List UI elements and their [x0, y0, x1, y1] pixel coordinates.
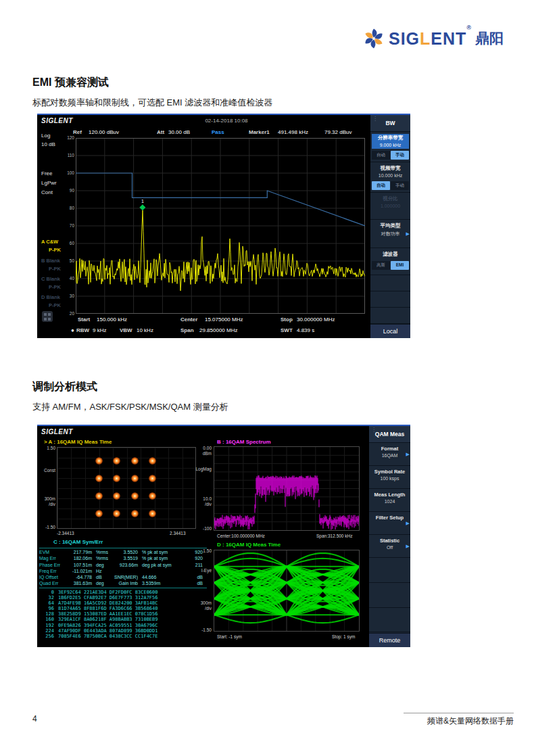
panel-b-yunit: dBm	[195, 451, 212, 456]
qam-menu-item-label: Symbol Rate	[370, 469, 409, 475]
start-value: 150.000 kHz	[97, 316, 127, 323]
qam-softkey-menu: ⋮ QAM Meas Format16QAM▶Symbol Rate100 ks…	[369, 426, 410, 647]
panel-a-ytop: 1.50	[39, 446, 55, 450]
qam-menu-item-value: 100 ksps	[370, 476, 409, 481]
bw-menu-item-4[interactable]: 滤波器高斯EMI	[370, 248, 410, 275]
remote-button[interactable]: Remote	[369, 633, 410, 647]
bw-menu-item-toggle: 自动手动	[372, 181, 409, 190]
qam-menu-title: ⋮ QAM Meas	[369, 426, 410, 443]
y-tick-60: 60	[62, 241, 74, 245]
footer-doc-title: 频谱&矢量网络数据手册	[427, 715, 514, 727]
footer-rule	[404, 713, 514, 713]
screen-brand: SIGLENT	[41, 117, 73, 124]
menu-handle-icon: ⋮	[372, 117, 378, 121]
symerr-row: Freq Err-11.021mHz	[39, 568, 207, 574]
y-tick-50: 50	[62, 258, 74, 263]
trig-lgpwr: LgPwr	[41, 180, 57, 186]
marker-ampl: 79.32 dBuv	[324, 129, 351, 135]
local-button[interactable]: Local	[370, 324, 410, 338]
ref-label: Ref	[73, 129, 82, 135]
qam-menu-item-5	[369, 558, 410, 583]
panel-d-ytop: 1.50	[195, 548, 212, 553]
panel-b-ytop: 0.00	[195, 446, 212, 450]
panel-c-title: C : 16QAM Sym/Err	[53, 539, 103, 545]
page-number: 4	[32, 714, 37, 724]
submenu-arrow-icon: ▶	[406, 452, 410, 457]
submenu-arrow-icon: ▶	[406, 231, 410, 237]
bw-menu-item-2[interactable]: 视分比1.000000	[370, 193, 410, 220]
bw-menu-item-label: 视分比	[372, 195, 409, 202]
logo-chinese: 鼎阳	[475, 29, 504, 48]
constellation-point	[131, 475, 139, 482]
bw-menu-toggle-手动[interactable]: 手动	[391, 151, 409, 160]
constellation-point	[95, 510, 103, 517]
panel-d-xleft: Start: -1 sym	[217, 634, 242, 639]
swt-label: SWT	[281, 327, 293, 333]
stop-label: Stop	[281, 316, 293, 323]
keypad-icon[interactable]	[42, 311, 53, 322]
eye-diagram-plot	[214, 550, 360, 632]
siglent-swirl-icon	[362, 27, 385, 50]
section2-heading: 调制分析模式	[32, 380, 97, 394]
qam-menu-item-4[interactable]: StatisticOff▶	[369, 535, 410, 558]
panel-b-scale: 10.0	[195, 496, 212, 501]
constellation-point	[113, 492, 120, 500]
ref-value: 120.00 dBuv	[89, 129, 119, 135]
constellation-point	[149, 457, 156, 465]
bw-menu-toggle-自动[interactable]: 自动	[372, 181, 390, 190]
constellation-point	[95, 457, 103, 465]
qam-menu-item-label: Meas Length	[370, 492, 409, 498]
screen-brand: SIGLENT	[41, 428, 73, 435]
panel-b-ybottom: -100	[195, 526, 212, 531]
constellation-point	[149, 510, 156, 517]
bw-menu-item-label: 平均类型	[372, 222, 409, 229]
bw-menu-item-3[interactable]: 平均类型对数功率▶	[370, 220, 410, 248]
qam-menu-item-0[interactable]: Format16QAM▶	[369, 443, 410, 466]
hex-row: 22447AF90DF 0E443ADA 807AD899 36BD0DD1	[39, 628, 207, 634]
panel-d-trace: I-Eye	[194, 568, 212, 573]
qam-menu-item-value: 16QAM	[370, 453, 409, 458]
hex-row: 160329EA1CF 8A06218F A98BABB3 7310BEB9	[39, 617, 207, 622]
constellation-point	[113, 510, 120, 517]
emi-chart: 1	[76, 138, 365, 314]
bw-menu-item-toggle: 高斯EMI	[372, 261, 409, 270]
trig-free: Free	[41, 170, 52, 176]
y-tick-90: 90	[62, 188, 74, 193]
trace-A-label: A C&WP-PK	[41, 238, 61, 254]
y-tick-70: 70	[62, 223, 74, 228]
panel-d-ybottom: -1.50	[195, 628, 212, 632]
panel-d-xright: Stop: 1 sym	[332, 634, 355, 639]
bw-menu-toggle-自动[interactable]: 自动	[372, 151, 390, 160]
symbol-hex-dump: 03EF92C64 221AE3D4 DF2FD0FC 83CE0600321B…	[39, 588, 207, 639]
bw-menu-item-1[interactable]: 视频带宽10.000 kHz自动手动	[370, 162, 410, 193]
constellation-point	[131, 510, 139, 517]
qam-menu-item-3[interactable]: Filter Setup▶	[369, 512, 410, 535]
att-label: Att	[157, 129, 164, 135]
section2-subtitle: 支持 AM/FM，ASK/FSK/PSK/MSK/QAM 测量分析	[32, 401, 228, 413]
qam-menu-item-1[interactable]: Symbol Rate100 ksps	[369, 466, 410, 489]
bw-menu-toggle-EMI[interactable]: EMI	[391, 261, 409, 270]
bw-menu-item-0[interactable]: 分辨率带宽9.000 kHz自动手动	[370, 132, 410, 162]
qam-menu-item-label: Format	[370, 446, 409, 452]
emi-screenshot: SIGLENT 02-14-2018 10:08 Ref 120.00 dBuv…	[37, 114, 410, 338]
y-tick-40: 40	[62, 276, 74, 281]
span-value: 29.850000 MHz	[199, 327, 237, 333]
qam-menu-item-label: Statistic	[370, 538, 409, 544]
symerr-row: EVM217.79m%rms3.5520% pk at sym920	[39, 549, 207, 555]
bw-menu-item-value: 9.000 kHz	[372, 143, 409, 147]
bw-softkey-menu: ⋮ BW 分辨率带宽9.000 kHz自动手动视频带宽10.000 kHz自动手…	[370, 115, 410, 338]
bw-menu-toggle-高斯[interactable]: 高斯	[372, 261, 390, 270]
panel-a-title: > A : 16QAM IQ Meas Time	[44, 439, 112, 445]
bw-menu-toggle-手动[interactable]: 手动	[391, 181, 409, 190]
qam-menu-item-2[interactable]: Meas Length1024	[369, 489, 410, 512]
bw-menu-item-7	[370, 308, 410, 324]
constellation-plot	[57, 447, 196, 529]
symerr-table: EVM217.79m%rms3.5520% pk at sym920Mag Er…	[39, 548, 207, 587]
rbw-coupled-icon: ●	[71, 327, 74, 333]
constellation-point	[131, 492, 139, 500]
panel-a-scale: 300m	[39, 496, 55, 501]
submenu-arrow-icon: ▶	[406, 544, 410, 549]
hex-row: 9681D74A65 8F881F6D FA3D6C66 3B568640	[39, 606, 207, 611]
menu-handle-icon: ⋮	[371, 428, 377, 432]
siglent-logo: SIGLENT® 鼎阳	[362, 27, 504, 50]
